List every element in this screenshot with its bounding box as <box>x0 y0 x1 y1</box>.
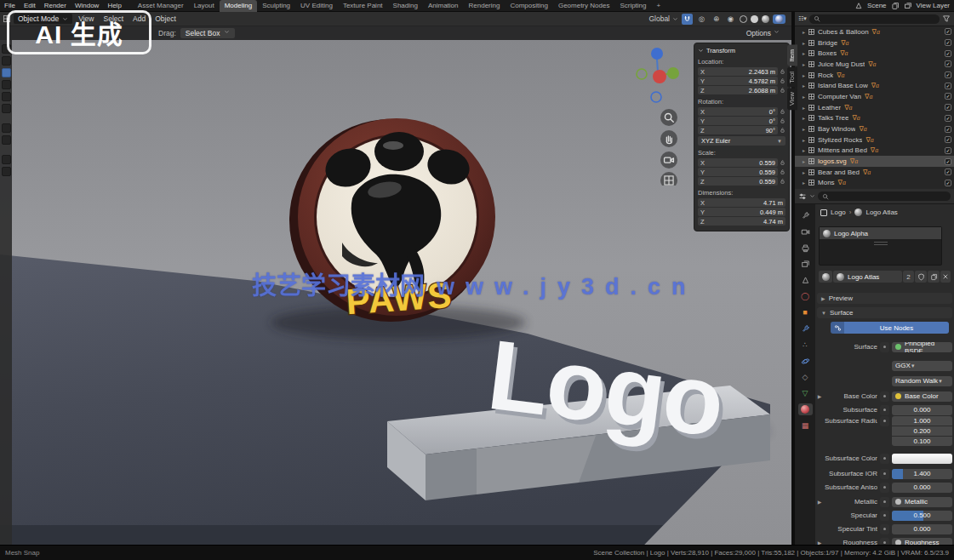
visibility-checkbox[interactable]: ✓ <box>945 169 951 175</box>
visibility-checkbox[interactable]: ✓ <box>945 180 951 186</box>
zoom-button[interactable] <box>660 109 677 126</box>
tab-render[interactable] <box>798 226 813 237</box>
tool-annotate[interactable] <box>2 123 11 133</box>
tool-add-cube[interactable] <box>2 155 11 164</box>
outliner-row[interactable]: ▸Cubes & Balloon∇a✓ <box>795 26 954 37</box>
animate-dot[interactable] <box>880 454 889 464</box>
shading-material-icon[interactable] <box>762 15 769 23</box>
outliner-row[interactable]: ▸Juice Mug Dust∇a✓ <box>795 59 954 70</box>
tab-modifiers[interactable] <box>798 323 813 334</box>
outliner-row[interactable]: ▸Mons∇a✓ <box>795 178 954 189</box>
rotation-x-field[interactable]: X0° <box>698 107 778 116</box>
material-slot-selected[interactable]: Logo Alpha <box>820 227 941 239</box>
visibility-checkbox[interactable]: ✓ <box>945 136 951 143</box>
shading-solid-icon[interactable] <box>751 15 758 23</box>
proportional-edit-icon[interactable]: ◎ <box>696 14 707 25</box>
lock-icon[interactable] <box>780 178 785 185</box>
sidebar-tab-item[interactable]: Item <box>787 45 797 66</box>
outliner-row[interactable]: ▸Boxes∇a✓ <box>795 48 954 59</box>
workspace-tab-scripting[interactable]: Scripting <box>614 0 651 12</box>
subsurface-ior-slider[interactable]: 1.400 <box>892 469 952 479</box>
workspace-tab-texture-paint[interactable]: Texture Paint <box>338 0 388 12</box>
tool-move[interactable] <box>2 68 11 77</box>
visibility-checkbox[interactable]: ✓ <box>945 158 951 165</box>
scale-z-field[interactable]: Z0.559 <box>698 177 778 186</box>
lock-icon[interactable] <box>780 68 785 75</box>
disclosure-icon[interactable]: ▸ <box>803 29 805 35</box>
add-workspace-button[interactable]: + <box>652 0 666 12</box>
outliner-row[interactable]: ▸Rock∇a✓ <box>795 70 954 81</box>
animate-dot[interactable] <box>880 469 889 479</box>
subsurface-slider[interactable]: 0.000 <box>892 405 952 415</box>
users-count-button[interactable]: 2 <box>903 271 914 283</box>
disclosure-icon[interactable]: ▸ <box>803 105 805 111</box>
breadcrumb-object[interactable]: Logo <box>831 209 846 216</box>
disclosure-icon[interactable]: ▸ <box>803 83 805 89</box>
dimensions-x-field[interactable]: X4.71 m <box>698 198 785 207</box>
radius-z-field[interactable]: 0.100 <box>892 437 952 446</box>
radius-x-field[interactable]: 1.000 <box>892 416 952 426</box>
unlink-material-icon[interactable] <box>940 271 951 283</box>
outliner-search-input[interactable] <box>809 14 940 24</box>
location-z-field[interactable]: Z2.6088 m <box>698 86 778 94</box>
disclosure-icon[interactable]: ▸ <box>803 94 805 100</box>
filter-icon[interactable] <box>942 14 951 23</box>
outliner-row[interactable]: ▸Bay Window∇a✓ <box>795 123 954 134</box>
new-material-icon[interactable] <box>928 271 940 283</box>
visibility-checkbox[interactable]: ✓ <box>945 83 951 89</box>
gizmos-icon[interactable]: ⊕ <box>711 14 722 25</box>
animate-dot[interactable] <box>880 391 889 402</box>
disclosure-icon[interactable]: ▸ <box>803 158 805 164</box>
workspace-tab-modeling[interactable]: Modeling <box>220 0 257 12</box>
orientation-dropdown[interactable]: Global <box>648 14 678 23</box>
specular-tint-slider[interactable]: 0.000 <box>892 524 952 534</box>
tool-scale[interactable] <box>2 92 11 101</box>
material-name-field[interactable]: Logo Atlas <box>833 271 902 283</box>
new-scene-icon[interactable] <box>891 2 900 10</box>
tab-physics[interactable] <box>798 355 813 367</box>
disclosure-icon[interactable]: ▸ <box>803 126 805 132</box>
lock-icon[interactable] <box>780 108 785 115</box>
perspective-toggle-button[interactable] <box>660 172 677 186</box>
animate-dot[interactable] <box>880 405 889 415</box>
outliner-row[interactable]: ▸Bear and Bed∇a✓ <box>795 167 954 178</box>
radius-y-field[interactable]: 0.200 <box>892 426 952 436</box>
tab-world[interactable]: ◯ <box>798 290 813 302</box>
view-layer-selector[interactable]: View Layer <box>917 2 950 9</box>
list-resize-grip[interactable] <box>874 242 888 245</box>
lock-icon[interactable] <box>780 169 785 175</box>
fake-user-icon[interactable] <box>915 271 927 283</box>
menu-file[interactable]: File <box>0 2 20 9</box>
properties-editor-icon[interactable] <box>798 192 807 201</box>
animate-dot[interactable] <box>880 416 889 426</box>
specular-slider[interactable]: 0.500 <box>892 511 952 521</box>
shading-rendered-icon[interactable] <box>773 14 785 24</box>
metallic-field[interactable]: Metallic <box>892 497 952 507</box>
display-mode-icon[interactable]: ☷▾ <box>798 15 807 22</box>
animate-dot[interactable] <box>880 483 889 493</box>
properties-search-input[interactable] <box>818 191 951 201</box>
camera-view-button[interactable] <box>660 151 677 169</box>
dimensions-y-field[interactable]: Y0.449 m <box>698 208 785 216</box>
use-nodes-button[interactable]: Use Nodes <box>831 322 949 334</box>
outliner-row-selected[interactable]: ▸logos.svg∇a✓ <box>795 156 954 167</box>
outliner-row[interactable]: ▸Mittens and Bed∇a✓ <box>795 146 954 157</box>
tab-scene[interactable] <box>798 274 813 286</box>
orientation-gizmo[interactable] <box>637 48 679 102</box>
dimensions-z-field[interactable]: Z4.74 m <box>698 217 785 226</box>
tab-object[interactable]: ■ <box>798 306 813 318</box>
tool-cursor[interactable] <box>2 56 11 66</box>
visibility-checkbox[interactable]: ✓ <box>945 126 951 133</box>
visibility-checkbox[interactable]: ✓ <box>945 50 951 57</box>
location-y-field[interactable]: Y4.5782 m <box>698 77 778 85</box>
tab-material[interactable] <box>798 403 813 415</box>
tab-view-layer[interactable] <box>798 258 813 270</box>
visibility-checkbox[interactable]: ✓ <box>945 93 951 100</box>
disclosure-icon[interactable]: ▸ <box>803 50 805 56</box>
workspace-tab-geometry-nodes[interactable]: Geometry Nodes <box>553 0 614 12</box>
scene-selector[interactable]: Scene <box>867 2 887 9</box>
snap-magnet-icon[interactable] <box>682 14 693 25</box>
disclosure-icon[interactable]: ▸ <box>803 147 805 153</box>
visibility-checkbox[interactable]: ✓ <box>945 147 951 154</box>
surface-shader-field[interactable]: Principled BSDF <box>892 342 952 352</box>
